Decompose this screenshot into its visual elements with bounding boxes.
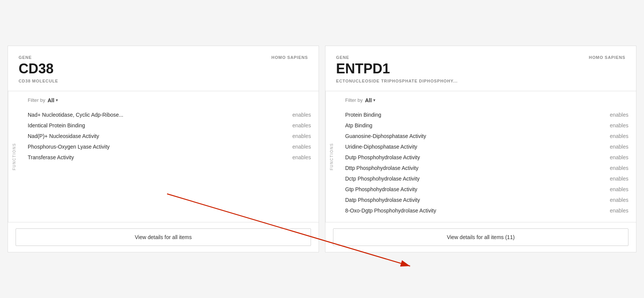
function-type: enables — [292, 144, 311, 150]
left-functions-content: Filter by All ▾ Nad+ Nucleotidase, Cycli… — [20, 91, 319, 222]
function-name: Uridine-Diphosphatase Activity — [345, 144, 417, 150]
left-function-list: Nad+ Nucleotidase, Cyclic Adp-Ribose... … — [28, 109, 311, 216]
left-gene-species: HOMO SAPIENS — [271, 55, 308, 60]
list-item: Datp Phosphohydrolase Activity enables — [345, 195, 628, 205]
function-type: enables — [610, 154, 628, 160]
right-filter-value: All — [365, 97, 372, 103]
function-name: Protein Binding — [345, 112, 381, 118]
function-name: Identical Protein Binding — [28, 122, 85, 128]
right-gene-species: HOMO SAPIENS — [589, 55, 625, 60]
list-item: Phosphorus-Oxygen Lyase Activity enables — [28, 141, 311, 152]
function-name: 8-Oxo-Dgtp Phosphohydrolase Activity — [345, 208, 436, 214]
function-type: enables — [610, 122, 628, 128]
left-gene-label: GENE — [19, 55, 58, 60]
right-filter-dropdown[interactable]: All ▾ — [365, 97, 375, 103]
function-name: Dutp Phosphohydrolase Activity — [345, 154, 420, 160]
list-item: Dctp Phosphohydrolase Activity enables — [345, 173, 628, 184]
left-gene-header: GENE CD38 CD38 MOLECULE HOMO SAPIENS — [8, 46, 319, 91]
list-item: Protein Binding enables — [345, 109, 628, 120]
right-dropdown-arrow-icon: ▾ — [373, 98, 375, 102]
function-type: enables — [292, 122, 311, 128]
right-functions-section: FUNCTIONS Filter by All ▾ Protein Bindin… — [325, 91, 636, 222]
list-item: Identical Protein Binding enables — [28, 120, 311, 131]
right-gene-full-name: ECTONUCLEOSIDE TRIPHOSPHATE DIPHOSPHOHY.… — [336, 79, 458, 83]
left-dropdown-arrow-icon: ▾ — [56, 98, 58, 102]
right-functions-content: Filter by All ▾ Protein Binding enables … — [338, 91, 636, 222]
function-name: Atp Binding — [345, 122, 373, 128]
list-item: Nad+ Nucleotidase, Cyclic Adp-Ribose... … — [28, 109, 311, 120]
function-name: Dctp Phosphohydrolase Activity — [345, 176, 420, 182]
list-item: Uridine-Diphosphatase Activity enables — [345, 141, 628, 152]
function-type: enables — [610, 186, 628, 192]
function-type: enables — [292, 112, 311, 118]
left-filter-value: All — [47, 97, 54, 103]
function-type: enables — [610, 133, 628, 139]
function-name: Transferase Activity — [28, 154, 74, 160]
list-item: Dutp Phosphohydrolase Activity enables — [345, 152, 628, 163]
list-item: Nad(P)+ Nucleosidase Activity enables — [28, 131, 311, 141]
left-gene-full-name: CD38 MOLECULE — [19, 79, 58, 83]
function-type: enables — [292, 154, 311, 160]
left-functions-section: FUNCTIONS Filter by All ▾ Nad+ Nucleotid… — [8, 91, 319, 222]
list-item: Gtp Phosphohydrolase Activity enables — [345, 184, 628, 195]
list-item: Transferase Activity enables — [28, 152, 311, 163]
list-item: Guanosine-Diphosphatase Activity enables — [345, 131, 628, 141]
right-gene-header: GENE ENTPD1 ECTONUCLEOSIDE TRIPHOSPHATE … — [325, 46, 636, 91]
right-function-list: Protein Binding enables Atp Binding enab… — [345, 109, 628, 216]
function-name: Guanosine-Diphosphatase Activity — [345, 133, 426, 139]
list-item: Atp Binding enables — [345, 120, 628, 131]
list-item: Dttp Phosphohydrolase Activity enables — [345, 163, 628, 173]
right-gene-name: ENTPD1 — [336, 61, 458, 76]
left-gene-card: GENE CD38 CD38 MOLECULE HOMO SAPIENS FUN… — [8, 46, 319, 252]
right-gene-label: GENE — [336, 55, 458, 60]
right-view-details-button[interactable]: View details for all items (11) — [333, 228, 628, 246]
left-filter-bar: Filter by All ▾ — [28, 97, 311, 103]
two-panel-wrapper: GENE CD38 CD38 MOLECULE HOMO SAPIENS FUN… — [8, 46, 636, 252]
function-name: Datp Phosphohydrolase Activity — [345, 197, 420, 203]
function-type: enables — [610, 144, 628, 150]
list-item: 8-Oxo-Dgtp Phosphohydrolase Activity ena… — [345, 205, 628, 216]
function-type: enables — [292, 133, 311, 139]
left-view-details-button[interactable]: View details for all items — [16, 228, 311, 246]
right-functions-label: FUNCTIONS — [325, 91, 338, 222]
function-type: enables — [610, 176, 628, 182]
function-name: Gtp Phosphohydrolase Activity — [345, 186, 417, 192]
right-gene-card: GENE ENTPD1 ECTONUCLEOSIDE TRIPHOSPHATE … — [325, 46, 636, 252]
function-name: Nad(P)+ Nucleosidase Activity — [28, 133, 99, 139]
left-filter-label: Filter by — [28, 97, 45, 103]
function-type: enables — [610, 165, 628, 171]
right-filter-bar: Filter by All ▾ — [345, 97, 628, 103]
function-type: enables — [610, 197, 628, 203]
left-card-footer: View details for all items — [8, 222, 319, 252]
right-filter-label: Filter by — [345, 97, 363, 103]
right-card-footer: View details for all items (11) — [325, 222, 636, 252]
function-type: enables — [610, 208, 628, 214]
left-gene-name: CD38 — [19, 61, 58, 76]
left-functions-label: FUNCTIONS — [8, 91, 20, 222]
left-filter-dropdown[interactable]: All ▾ — [47, 97, 58, 103]
function-name: Nad+ Nucleotidase, Cyclic Adp-Ribose... — [28, 112, 123, 118]
function-type: enables — [610, 112, 628, 118]
function-name: Phosphorus-Oxygen Lyase Activity — [28, 144, 110, 150]
function-name: Dttp Phosphohydrolase Activity — [345, 165, 418, 171]
